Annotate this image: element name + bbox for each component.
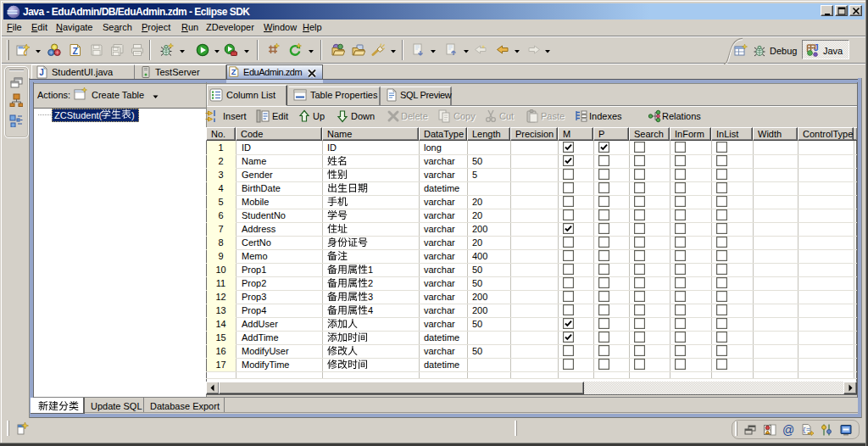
svg-text:@: @ (782, 423, 794, 437)
svg-text:J: J (39, 68, 44, 77)
svg-text:Z: Z (72, 46, 78, 56)
svg-text:{=: {= (802, 426, 810, 433)
svg-text:Z: Z (231, 68, 236, 76)
svg-text:J: J (814, 43, 819, 53)
